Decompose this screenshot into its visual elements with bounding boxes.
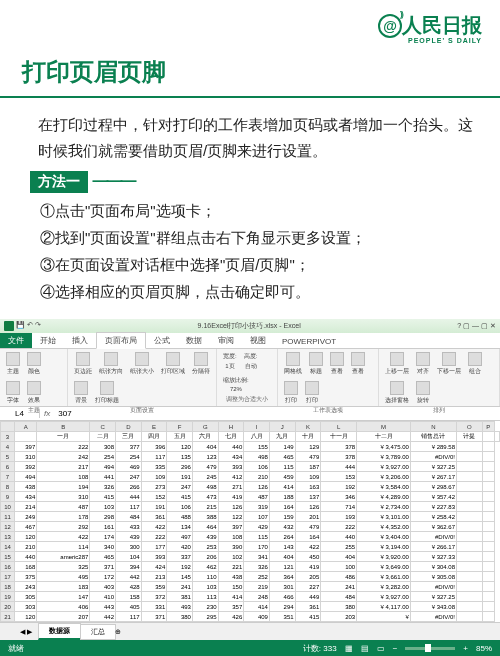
cell[interactable]: ¥ 3,584.00 — [357, 482, 411, 492]
cell[interactable]: 217 — [37, 462, 90, 472]
cell[interactable]: ¥ 3,194.00 — [357, 542, 411, 552]
cell[interactable]: ¥ 3,649.00 — [357, 562, 411, 572]
cell[interactable]: 422 — [37, 532, 90, 542]
cell[interactable]: 357 — [218, 602, 244, 612]
cell[interactable] — [482, 612, 494, 622]
cell[interactable] — [457, 562, 483, 572]
cell[interactable]: 473 — [192, 492, 218, 502]
cell[interactable]: 459 — [269, 472, 295, 482]
ribbon-btn[interactable]: 页边距 — [72, 351, 94, 377]
cell[interactable]: 303 — [15, 602, 37, 612]
cell[interactable]: ¥ 4,289.00 — [357, 492, 411, 502]
cell[interactable]: 497 — [167, 532, 193, 542]
cell[interactable]: 245 — [192, 472, 218, 482]
cell[interactable]: 414 — [269, 482, 295, 492]
cell[interactable]: 191 — [141, 502, 167, 512]
cell[interactable] — [482, 452, 494, 462]
cell[interactable]: 266 — [115, 482, 141, 492]
qat-undo-icon[interactable]: ↶ — [27, 321, 33, 331]
cell[interactable]: ¥ 3,101.00 — [357, 512, 411, 522]
cell[interactable]: 249 — [15, 512, 37, 522]
cell[interactable]: 150 — [218, 582, 244, 592]
row-header[interactable]: 20 — [1, 602, 15, 612]
cell[interactable]: 326 — [244, 562, 270, 572]
cell[interactable]: ¥ 2,734.00 — [357, 502, 411, 512]
cell[interactable]: 104 — [115, 552, 141, 562]
cell[interactable]: 440 — [321, 532, 357, 542]
col-header[interactable]: M — [357, 422, 411, 432]
ribbon-btn[interactable]: 标题 — [307, 351, 325, 377]
cell[interactable]: 222 — [37, 442, 90, 452]
cell[interactable]: 378 — [321, 442, 357, 452]
cell[interactable]: 409 — [244, 612, 270, 622]
cell[interactable]: 415 — [167, 492, 193, 502]
ribbon-btn[interactable]: 旋转 — [414, 380, 432, 406]
cell[interactable]: 450 — [295, 552, 321, 562]
header-cell[interactable]: 八月 — [244, 432, 270, 442]
col-header[interactable]: E — [141, 422, 167, 432]
cell[interactable]: 254 — [115, 452, 141, 462]
ribbon-tab-0[interactable]: 文件 — [0, 333, 32, 348]
cell[interactable]: 488 — [167, 512, 193, 522]
cell[interactable]: 440 — [15, 552, 37, 562]
col-header[interactable]: A — [15, 422, 37, 432]
ribbon-btn[interactable]: 纸张方向 — [97, 351, 125, 377]
cell[interactable]: 442 — [115, 572, 141, 582]
ribbon-tab-2[interactable]: 插入 — [64, 333, 96, 348]
cell[interactable]: 188 — [269, 492, 295, 502]
cell[interactable] — [482, 482, 494, 492]
cell[interactable]: 380 — [167, 612, 193, 622]
cell[interactable]: 137 — [295, 492, 321, 502]
cell[interactable]: 359 — [141, 582, 167, 592]
cell[interactable]: 392 — [15, 462, 37, 472]
cell[interactable]: 412 — [218, 472, 244, 482]
cell[interactable]: 326 — [90, 482, 116, 492]
cell[interactable]: 464 — [192, 522, 218, 532]
header-cell[interactable]: 七月 — [218, 432, 244, 442]
cell[interactable]: 443 — [90, 602, 116, 612]
cell[interactable]: 415 — [295, 612, 321, 622]
cell[interactable]: 106 — [244, 462, 270, 472]
cell[interactable]: ¥ 267.17 — [410, 472, 456, 482]
cell[interactable]: 107 — [244, 512, 270, 522]
cell[interactable]: ¥ 3,927.00 — [357, 592, 411, 602]
col-header[interactable]: L — [321, 422, 357, 432]
zoom-minus-icon[interactable]: − — [393, 644, 398, 653]
ribbon-btn[interactable]: 宽度:1页 — [221, 351, 239, 372]
cell[interactable]: 419 — [295, 562, 321, 572]
cell[interactable]: 129 — [295, 442, 321, 452]
cell[interactable]: 115 — [244, 532, 270, 542]
cell[interactable]: 126 — [295, 502, 321, 512]
col-header[interactable]: N — [410, 422, 456, 432]
cell[interactable]: 193 — [321, 512, 357, 522]
cell[interactable]: 221 — [218, 562, 244, 572]
cell[interactable]: 440 — [218, 442, 244, 452]
row-header[interactable]: 10 — [1, 502, 15, 512]
cell[interactable]: ¥ 3,282.00 — [357, 582, 411, 592]
header-cell[interactable]: 五月 — [167, 432, 193, 442]
cell[interactable]: 410 — [90, 592, 116, 602]
cell[interactable]: 206 — [192, 552, 218, 562]
cell[interactable]: 161 — [90, 522, 116, 532]
row-header[interactable]: 12 — [1, 522, 15, 532]
cell[interactable]: 215 — [192, 502, 218, 512]
cell[interactable]: 498 — [192, 482, 218, 492]
cell[interactable] — [457, 602, 483, 612]
cell[interactable] — [482, 572, 494, 582]
col-header[interactable]: G — [192, 422, 218, 432]
row-header[interactable]: 21 — [1, 612, 15, 622]
ribbon-btn[interactable]: 查看 — [349, 351, 367, 377]
cell[interactable]: 113 — [192, 592, 218, 602]
name-box[interactable]: L4 — [0, 409, 40, 418]
cell[interactable] — [457, 542, 483, 552]
ribbon-btn[interactable]: 网格线 — [282, 351, 304, 377]
ribbon-tab-4[interactable]: 公式 — [146, 333, 178, 348]
cell[interactable] — [457, 452, 483, 462]
cell[interactable] — [482, 532, 494, 542]
cell[interactable]: 405 — [115, 602, 141, 612]
header-cell[interactable]: 四月 — [141, 432, 167, 442]
cell[interactable] — [457, 582, 483, 592]
cell[interactable]: 103 — [90, 502, 116, 512]
cell[interactable]: 294 — [269, 602, 295, 612]
cell[interactable]: 378 — [321, 452, 357, 462]
